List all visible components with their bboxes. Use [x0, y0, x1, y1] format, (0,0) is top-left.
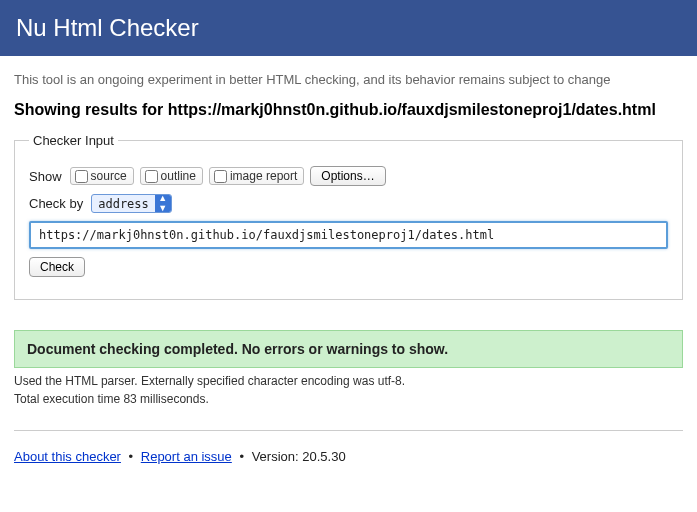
divider: [14, 430, 683, 431]
chevron-up-down-icon: ▲▼: [155, 195, 171, 212]
check-button[interactable]: Check: [29, 257, 85, 277]
show-label: Show: [29, 169, 62, 184]
about-link[interactable]: About this checker: [14, 449, 121, 464]
checker-input-fieldset: Checker Input Show source outline image …: [14, 133, 683, 300]
options-button[interactable]: Options…: [310, 166, 385, 186]
image-report-checkbox-label: image report: [230, 169, 297, 183]
fieldset-legend: Checker Input: [29, 133, 118, 148]
source-checkbox-label: source: [91, 169, 127, 183]
app-header: Nu Html Checker: [0, 0, 697, 56]
version-value: 20.5.30: [302, 449, 345, 464]
report-issue-link[interactable]: Report an issue: [141, 449, 232, 464]
separator: •: [239, 449, 244, 464]
app-title: Nu Html Checker: [16, 14, 681, 42]
separator: •: [129, 449, 134, 464]
version-label: Version:: [252, 449, 303, 464]
source-checkbox[interactable]: [75, 170, 88, 183]
check-by-value: address: [92, 197, 155, 211]
footer: About this checker • Report an issue • V…: [0, 449, 697, 484]
execution-time: Total execution time 83 milliseconds.: [14, 392, 683, 406]
check-by-label: Check by: [29, 196, 83, 211]
image-report-checkbox[interactable]: [214, 170, 227, 183]
source-checkbox-group[interactable]: source: [70, 167, 134, 185]
outline-checkbox[interactable]: [145, 170, 158, 183]
intro-text: This tool is an ongoing experiment in be…: [14, 72, 683, 87]
outline-checkbox-group[interactable]: outline: [140, 167, 203, 185]
image-report-checkbox-group[interactable]: image report: [209, 167, 304, 185]
url-input[interactable]: [29, 221, 668, 249]
results-heading: Showing results for https://markj0hnst0n…: [14, 101, 683, 119]
success-message: Document checking completed. No errors o…: [14, 330, 683, 368]
parser-info: Used the HTML parser. Externally specifi…: [14, 374, 683, 388]
check-by-select[interactable]: address ▲▼: [91, 194, 172, 213]
outline-checkbox-label: outline: [161, 169, 196, 183]
